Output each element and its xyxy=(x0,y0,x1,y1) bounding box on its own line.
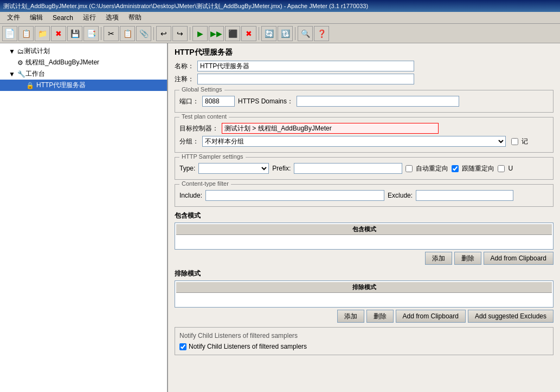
https-label: HTTPS Domains： xyxy=(238,97,293,106)
group-label: 分组： xyxy=(179,137,199,146)
clear-button[interactable]: 🔄 xyxy=(261,26,276,41)
save-button[interactable]: 💾 xyxy=(67,26,82,41)
separator-1 xyxy=(101,27,101,40)
content-type-title: Content-type filter xyxy=(179,180,231,187)
exclude-add-button[interactable]: 添加 xyxy=(337,310,364,323)
clear-all-button[interactable]: 🔃 xyxy=(278,26,293,41)
tree-item-worktable[interactable]: ▼ 🔧 工作台 xyxy=(0,68,167,80)
prefix-input[interactable] xyxy=(294,163,402,174)
tree-item-threadgroup[interactable]: ⚙ 线程组_AddBugByJMeter xyxy=(0,57,167,68)
exclude-input[interactable] xyxy=(416,190,513,201)
redo-button[interactable]: ↪ xyxy=(172,26,188,41)
notify-title: Notify Child Listeners of filtered sampl… xyxy=(179,332,549,339)
separator-3 xyxy=(190,27,190,40)
include-patterns-label: 包含模式 xyxy=(175,211,553,220)
separator-4 xyxy=(259,27,259,40)
follow-redirect-label: 跟随重定向 xyxy=(462,164,494,173)
include-patterns-section: 包含模式 包含模式 添加 删除 Add from Clipboard xyxy=(175,211,553,265)
menu-search[interactable]: Search xyxy=(48,12,78,23)
include-delete-button[interactable]: 删除 xyxy=(454,252,481,265)
follow-redirect-checkbox[interactable] xyxy=(452,165,459,172)
paste-button[interactable]: 📎 xyxy=(136,26,151,41)
tree-item-testplan[interactable]: ▼ 🗂 测试计划 xyxy=(0,45,167,57)
menu-help[interactable]: 帮助 xyxy=(124,11,146,24)
comment-row: 注释： xyxy=(175,74,553,84)
search-toolbar-btn[interactable]: 🔍 xyxy=(298,26,313,41)
https-input[interactable] xyxy=(297,96,459,107)
undo-button[interactable]: ↩ xyxy=(156,26,171,41)
include-buttons-row: 添加 删除 Add from Clipboard xyxy=(175,252,553,265)
include-patterns-table: 包含模式 xyxy=(175,223,553,250)
use-keepalive-checkbox[interactable] xyxy=(498,165,505,172)
tree-panel: ▼ 🗂 测试计划 ⚙ 线程组_AddBugByJMeter ▼ 🔧 工作台 🔒 … xyxy=(0,43,168,392)
title-text: 测试计划_AddBugByJMeter.jmx (C:\Users\Admini… xyxy=(3,2,368,10)
comment-label: 注释： xyxy=(175,75,194,84)
menu-run[interactable]: 运行 xyxy=(78,11,101,24)
menu-edit[interactable]: 编辑 xyxy=(25,11,48,24)
main-layout: ▼ 🗂 测试计划 ⚙ 线程组_AddBugByJMeter ▼ 🔧 工作台 🔒 … xyxy=(0,43,560,392)
target-row: 目标控制器： xyxy=(179,123,549,134)
exclude-delete-button[interactable]: 删除 xyxy=(366,310,394,323)
http-sampler-group: HTTP Sampler settings Type: Prefix: 自动重定… xyxy=(175,157,553,180)
thread-icon: ⚙ xyxy=(17,59,23,67)
tree-icon-worktable: 🔧 xyxy=(17,70,25,78)
type-label: Type: xyxy=(179,165,195,172)
exclude-patterns-label: 排除模式 xyxy=(175,269,553,278)
exclude-buttons-row: 添加 删除 Add from Clipboard Add suggested E… xyxy=(175,310,553,323)
comment-input[interactable] xyxy=(197,74,414,84)
proxy-icon: 🔒 xyxy=(26,82,34,89)
expand-icon-2: ▼ xyxy=(9,70,15,78)
tree-item-proxy[interactable]: 🔒 HTTP代理服务器 xyxy=(0,80,167,91)
target-input[interactable] xyxy=(222,123,439,134)
group-checkbox-label: 记 xyxy=(522,137,528,146)
menu-file[interactable]: 文件 xyxy=(2,11,25,24)
test-plan-content-group: Test plan content 目标控制器： 分组： 不对样本分组 在组间放… xyxy=(175,117,553,153)
cut-button[interactable]: ✂ xyxy=(104,26,119,41)
exclude-patterns-header: 排除模式 xyxy=(176,282,552,293)
global-settings-row: 端口： HTTPS Domains： xyxy=(179,96,549,107)
type-select[interactable] xyxy=(198,163,269,174)
exclude-clipboard-button[interactable]: Add from Clipboard xyxy=(396,310,466,323)
tree-label-worktable: 工作台 xyxy=(25,69,45,79)
separator-5 xyxy=(295,27,295,40)
open-button[interactable]: 📁 xyxy=(35,26,50,41)
exclude-patterns-section: 排除模式 排除模式 添加 删除 Add from Clipboard Add s… xyxy=(175,269,553,323)
separator-2 xyxy=(153,27,154,40)
group-checkbox[interactable] xyxy=(511,138,518,145)
name-row: 名称： xyxy=(175,61,553,71)
port-input[interactable] xyxy=(202,96,235,107)
include-clipboard-button[interactable]: Add from Clipboard xyxy=(484,252,553,265)
content-type-row: Include: Exclude: xyxy=(179,190,549,201)
close-button[interactable]: ✖ xyxy=(51,26,66,41)
notify-section: Notify Child Listeners of filtered sampl… xyxy=(175,327,553,355)
start-nopause-button[interactable]: ▶▶ xyxy=(209,26,224,41)
menu-bar: 文件 编辑 Search 运行 选项 帮助 xyxy=(0,12,560,24)
name-label: 名称： xyxy=(175,62,194,71)
include-patterns-header: 包含模式 xyxy=(176,224,552,235)
global-settings-group: Global Settings 端口： HTTPS Domains： xyxy=(175,90,553,113)
shutdown-button[interactable]: ✖ xyxy=(241,26,256,41)
start-button[interactable]: ▶ xyxy=(192,26,208,41)
tree-label-proxy: HTTP代理服务器 xyxy=(36,81,86,90)
template-button[interactable]: 📋 xyxy=(18,26,34,41)
test-plan-title: Test plan content xyxy=(179,113,229,120)
new-button[interactable]: 📄 xyxy=(2,26,17,41)
help-button[interactable]: ❓ xyxy=(314,26,329,41)
notify-checkbox[interactable] xyxy=(179,343,186,350)
auto-redirect-checkbox[interactable] xyxy=(405,165,413,172)
menu-options[interactable]: 选项 xyxy=(101,11,124,24)
tree-label-threadgroup: 线程组_AddBugByJMeter xyxy=(25,58,99,67)
notify-checkbox-label: Notify Child Listeners of filtered sampl… xyxy=(189,343,307,350)
name-input[interactable] xyxy=(197,61,414,71)
notify-checkbox-row: Notify Child Listeners of filtered sampl… xyxy=(179,343,549,350)
exclude-suggested-button[interactable]: Add suggested Excludes xyxy=(468,310,553,323)
expand-icon: ▼ xyxy=(9,48,15,55)
include-add-button[interactable]: 添加 xyxy=(425,252,452,265)
include-input[interactable] xyxy=(205,190,384,201)
stop-button[interactable]: ⬛ xyxy=(225,26,240,41)
save-as-button[interactable]: 📑 xyxy=(83,26,99,41)
group-select[interactable]: 不对样本分组 在组间放入控制器 只储存第一个样本 在每个组放入一个虚拟取样器 xyxy=(202,136,506,147)
copy-button[interactable]: 📋 xyxy=(120,26,135,41)
right-panel: HTTP代理服务器 名称： 注释： Global Settings 端口： HT… xyxy=(168,43,560,392)
port-label: 端口： xyxy=(179,97,199,106)
